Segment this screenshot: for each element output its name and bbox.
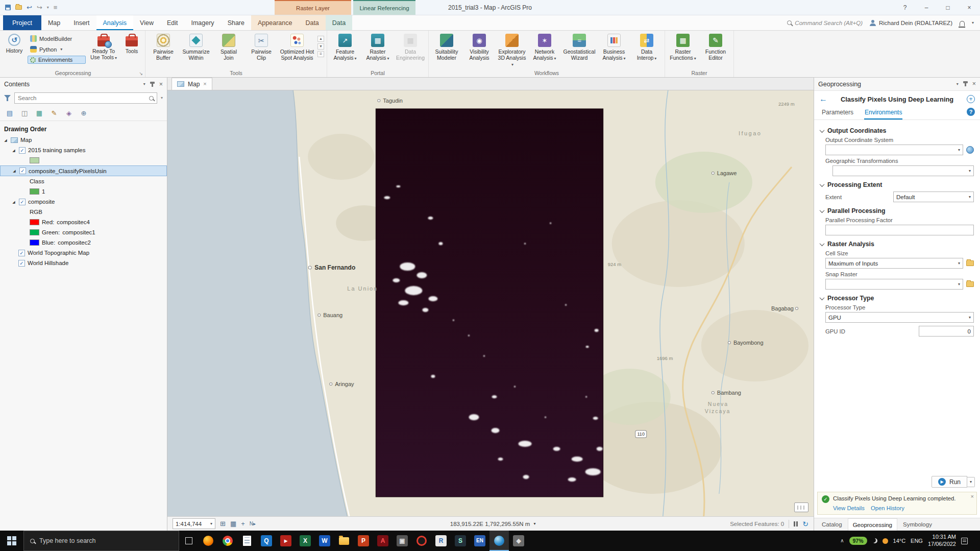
notepad-icon[interactable] (237, 531, 257, 551)
clock[interactable]: 10:31 AM 17/06/2022 (928, 534, 956, 548)
spatial-reference-globe-icon[interactable] (966, 146, 974, 154)
back-button[interactable] (819, 95, 827, 103)
tab-data-raster[interactable]: Data (299, 15, 325, 30)
ready-to-use-tools-button[interactable]: Ready ToUse Tools (88, 32, 119, 61)
minimize-button[interactable] (916, 0, 937, 15)
close-button[interactable] (959, 0, 980, 15)
pin-icon[interactable] (965, 82, 966, 86)
tab-imagery[interactable]: Imagery (184, 15, 220, 30)
layer-map[interactable]: Map (0, 135, 167, 145)
parallel-processing-factor-input[interactable] (825, 225, 974, 235)
expander-icon[interactable] (3, 138, 8, 142)
redo-icon[interactable] (37, 4, 42, 11)
system-app-icon[interactable] (393, 531, 412, 551)
north-arrow-icon[interactable] (250, 521, 256, 526)
view-details-link[interactable]: View Details (833, 505, 865, 511)
green-band-row[interactable]: Green: compositec1 (0, 227, 167, 237)
modelbuilder-button[interactable]: ModelBuilder (28, 34, 86, 43)
tab-data-linear[interactable]: Data (326, 15, 352, 30)
map-canvas[interactable]: Tagudin Ifugao 2249 m Lagawe San Fernand… (167, 90, 814, 516)
raster-layer-contextual-tab-group[interactable]: Raster Layer (275, 0, 351, 15)
function-editor-button[interactable]: FunctionEditor (700, 32, 731, 62)
save-icon[interactable] (5, 5, 11, 10)
weather-icon[interactable] (883, 538, 888, 544)
map-view-tab[interactable]: Map (172, 78, 212, 90)
list-by-snapping-icon[interactable] (79, 108, 88, 117)
open-history-link[interactable]: Open History (871, 505, 904, 511)
contents-menu-caret-icon[interactable] (143, 82, 145, 86)
suitability-modeler-button[interactable]: SuitabilityModeler (431, 32, 462, 62)
layer-visibility-checkbox[interactable] (19, 199, 26, 205)
pairwise-clip-button[interactable]: PairwiseClip (246, 32, 277, 62)
list-by-drawing-order-icon[interactable] (5, 108, 14, 117)
gallery-expand-icon[interactable] (317, 51, 324, 57)
section-parallel-processing[interactable]: Parallel Processing (820, 207, 974, 214)
dialog-launcher-icon[interactable] (139, 71, 143, 76)
class-1-swatch[interactable] (30, 188, 39, 195)
geographic-transformations-combo[interactable] (832, 165, 974, 176)
training-symbol-row[interactable] (0, 155, 167, 165)
notification-close-icon[interactable] (971, 494, 974, 499)
layer-classify-result[interactable]: composite_ClassifyPixelsUsin (0, 165, 167, 176)
arcgis-pro-icon[interactable] (489, 531, 509, 551)
processor-type-combo[interactable]: GPU (825, 312, 974, 323)
r-studio-icon[interactable] (431, 531, 451, 551)
new-bookmark-icon[interactable] (220, 520, 226, 527)
tab-symbology[interactable]: Symbology (898, 518, 937, 531)
spatial-join-button[interactable]: SpatialJoin (213, 32, 244, 62)
list-by-labeling-icon[interactable] (64, 108, 74, 117)
open-project-icon[interactable] (15, 5, 22, 10)
firefox-icon[interactable] (199, 531, 218, 551)
browse-folder-icon[interactable] (966, 281, 974, 287)
network-analysis-button[interactable]: NetworkAnalysis (529, 32, 560, 62)
help-button[interactable] (894, 0, 916, 15)
excel-icon[interactable] (296, 531, 315, 551)
task-view-icon[interactable] (179, 531, 199, 551)
gpu-id-input[interactable] (919, 326, 974, 337)
signed-in-user[interactable]: Richard Dein (RDALTAREZ) (870, 20, 952, 26)
panel-menu-caret-icon[interactable] (957, 82, 959, 86)
expander-icon[interactable] (12, 169, 17, 173)
tab-appearance[interactable]: Appearance (251, 15, 299, 30)
layer-visibility-checkbox[interactable] (19, 147, 26, 154)
expander-icon[interactable] (11, 200, 16, 204)
training-swatch[interactable] (30, 157, 39, 163)
graticule-icon[interactable] (230, 520, 236, 527)
file-explorer-icon[interactable] (334, 531, 354, 551)
tab-geoprocessing[interactable]: Geoprocessing (848, 518, 897, 531)
feature-analysis-button[interactable]: FeatureAnalysis (329, 32, 361, 62)
word-icon[interactable] (315, 531, 334, 551)
layer-training-samples[interactable]: 2015 training samples (0, 145, 167, 155)
raster-analysis-button[interactable]: RasterAnalysis (362, 32, 394, 62)
tab-parameters[interactable]: Parameters (821, 106, 854, 119)
tools-button[interactable]: Tools (120, 32, 143, 55)
command-search[interactable]: Command Search (Alt+Q) (787, 20, 863, 26)
add-to-project-icon[interactable] (967, 95, 975, 103)
linear-referencing-contextual-tab-group[interactable]: Linear Referencing (353, 0, 415, 15)
environments-button[interactable]: Environments (28, 56, 86, 64)
tab-analysis[interactable]: Analysis (96, 15, 134, 30)
close-map-tab-icon[interactable] (203, 81, 206, 87)
gallery-scroll-up-icon[interactable] (317, 36, 324, 42)
chrome-icon[interactable] (218, 531, 237, 551)
media-app-icon[interactable] (276, 531, 296, 551)
pause-drawing-icon[interactable] (794, 521, 798, 526)
refresh-map-icon[interactable] (802, 520, 808, 528)
layer-visibility-checkbox[interactable] (19, 167, 26, 174)
acrobat-icon[interactable] (373, 531, 393, 551)
coordinate-readout[interactable]: 183,915.22E 1,792,295.55N m (260, 521, 725, 527)
exploratory-3d-analysis-button[interactable]: Exploratory3D Analysis (496, 32, 528, 68)
expander-icon[interactable] (11, 149, 16, 152)
tab-share[interactable]: Share (221, 15, 251, 30)
section-processing-extent[interactable]: Processing Extent (820, 181, 974, 188)
contents-search-input[interactable] (18, 95, 149, 101)
tab-map[interactable]: Map (41, 15, 67, 30)
tool-help-icon[interactable] (967, 108, 975, 116)
filter-icon[interactable] (4, 95, 11, 101)
run-options-caret-icon[interactable] (967, 477, 975, 487)
powerpoint-icon[interactable] (354, 531, 373, 551)
layer-visibility-checkbox[interactable] (18, 250, 25, 256)
data-interop-button[interactable]: DataInterop (631, 32, 663, 62)
gallery-scroll-down-icon[interactable] (317, 43, 324, 50)
customize-qat-caret-icon[interactable] (47, 6, 49, 10)
